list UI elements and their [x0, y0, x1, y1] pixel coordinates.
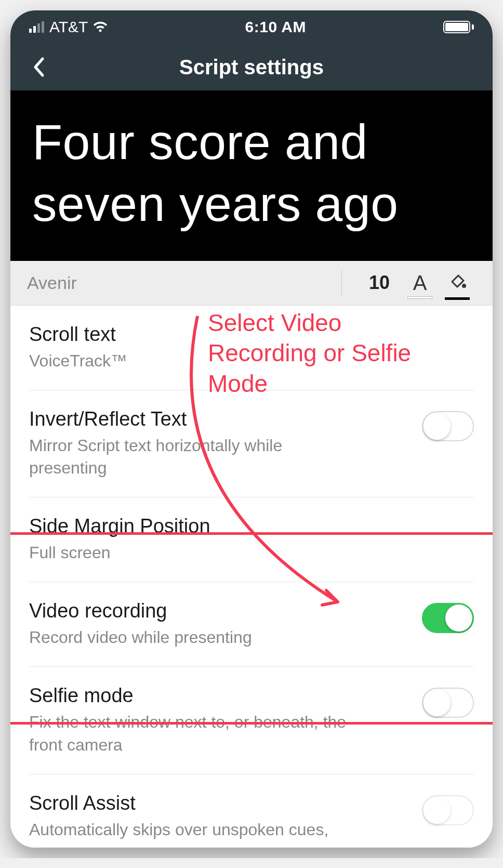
divider: [341, 270, 342, 295]
setting-scroll-text[interactable]: Scroll text VoiceTrack™: [29, 306, 474, 390]
setting-title: Video recording: [29, 600, 409, 622]
wifi-icon: [93, 18, 108, 36]
setting-invert-reflect: Invert/Reflect Text Mirror Script text h…: [29, 390, 474, 497]
text-color-icon: A: [413, 271, 427, 294]
status-bar: AT&T 6:10 AM: [10, 10, 493, 44]
setting-title: Invert/Reflect Text: [29, 408, 409, 430]
setting-sub: VoiceTrack™: [29, 350, 362, 372]
preview-text: Four score and seven years ago: [32, 111, 471, 235]
setting-sub: Mirror Script text horizontally while pr…: [29, 435, 362, 479]
phone-frame: AT&T 6:10 AM Script settings Four score …: [10, 10, 493, 848]
setting-title: Selfie mode: [29, 685, 409, 707]
font-size-selector[interactable]: 10: [358, 272, 401, 294]
font-selector[interactable]: Avenir: [27, 273, 326, 293]
video-recording-toggle[interactable]: [422, 603, 474, 633]
page-title: Script settings: [179, 56, 324, 79]
status-left: AT&T: [29, 18, 108, 36]
setting-title: Side Margin Position: [29, 515, 474, 537]
setting-sub: Full screen: [29, 542, 362, 564]
script-preview: Four score and seven years ago: [10, 90, 493, 261]
setting-video-recording: Video recording Record video while prese…: [29, 582, 474, 667]
setting-scroll-assist: Scroll Assist Automatically skips over u…: [29, 774, 474, 848]
selfie-mode-toggle[interactable]: [422, 688, 474, 718]
back-button[interactable]: [27, 56, 50, 78]
fill-color-button[interactable]: [439, 270, 476, 296]
setting-side-margin[interactable]: Side Margin Position Full screen: [29, 497, 474, 582]
text-color-button[interactable]: A: [401, 271, 439, 295]
invert-toggle[interactable]: [422, 411, 474, 441]
battery-icon: [443, 21, 474, 33]
setting-title: Scroll text: [29, 323, 474, 346]
chevron-left-icon: [32, 57, 45, 77]
status-time: 6:10 AM: [245, 18, 306, 36]
setting-title: Scroll Assist: [29, 792, 409, 814]
nav-bar: Script settings: [10, 44, 493, 90]
format-bar: Avenir 10 A: [10, 261, 493, 306]
svg-point-0: [462, 284, 466, 288]
signal-icon: [29, 21, 44, 33]
scroll-assist-toggle[interactable]: [422, 795, 474, 825]
carrier-label: AT&T: [49, 18, 88, 36]
setting-selfie-mode: Selfie mode Fix the text window next to,…: [29, 667, 474, 774]
settings-list: Scroll text VoiceTrack™ Invert/Reflect T…: [10, 306, 493, 848]
setting-sub: Record video while presenting: [29, 626, 362, 649]
setting-sub: Automatically skips over unspoken cues,: [29, 819, 362, 841]
setting-sub: Fix the text window next to, or beneath,…: [29, 711, 362, 756]
paint-bucket-icon: [447, 272, 468, 295]
